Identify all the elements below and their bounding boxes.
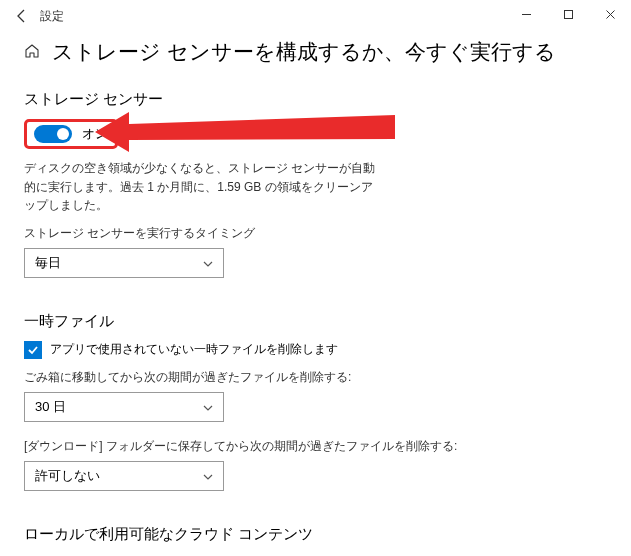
chevron-down-icon <box>203 257 213 269</box>
downloads-value: 許可しない <box>35 467 100 485</box>
timing-label: ストレージ センサーを実行するタイミング <box>24 225 607 242</box>
downloads-dropdown[interactable]: 許可しない <box>24 461 224 491</box>
chevron-down-icon <box>203 401 213 413</box>
storage-sense-heading: ストレージ センサー <box>24 90 607 109</box>
back-button[interactable] <box>8 2 36 30</box>
minimize-button[interactable] <box>505 0 547 28</box>
recycle-dropdown[interactable]: 30 日 <box>24 392 224 422</box>
timing-value: 毎日 <box>35 254 61 272</box>
close-button[interactable] <box>589 0 631 28</box>
storage-sense-toggle-highlight: オン <box>24 119 118 149</box>
delete-temp-checkbox[interactable] <box>24 341 42 359</box>
cloud-heading: ローカルで利用可能なクラウド コンテンツ <box>24 525 607 544</box>
svg-rect-0 <box>564 10 572 18</box>
window-title: 設定 <box>40 8 64 25</box>
recycle-value: 30 日 <box>35 398 66 416</box>
toggle-label: オン <box>82 125 108 143</box>
temp-files-heading: 一時ファイル <box>24 312 607 331</box>
page-title: ストレージ センサーを構成するか、今すぐ実行する <box>52 38 556 66</box>
maximize-button[interactable] <box>547 0 589 28</box>
home-icon[interactable] <box>24 43 40 62</box>
storage-sense-description: ディスクの空き領域が少なくなると、ストレージ センサーが自動的に実行します。過去… <box>24 159 384 215</box>
timing-dropdown[interactable]: 毎日 <box>24 248 224 278</box>
delete-temp-label: アプリで使用されていない一時ファイルを削除します <box>50 341 338 358</box>
storage-sense-toggle[interactable] <box>34 125 72 143</box>
recycle-label: ごみ箱に移動してから次の期間が過ぎたファイルを削除する: <box>24 369 607 386</box>
downloads-label: [ダウンロード] フォルダーに保存してから次の期間が過ぎたファイルを削除する: <box>24 438 607 455</box>
chevron-down-icon <box>203 470 213 482</box>
